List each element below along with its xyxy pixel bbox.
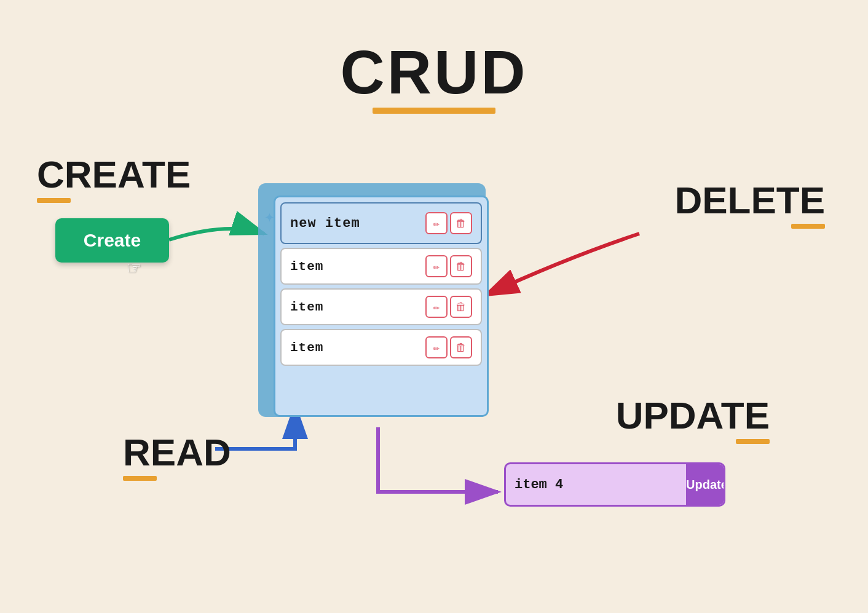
read-underline	[123, 476, 157, 481]
item-1-edit-button[interactable]: ✏	[425, 255, 448, 277]
item-text-2: item	[290, 300, 323, 314]
new-item-edit-button[interactable]: ✏	[425, 212, 448, 234]
update-label: UPDATE	[616, 394, 770, 437]
new-item-actions: ✏ 🗑	[425, 212, 472, 234]
item-3-edit-button[interactable]: ✏	[425, 336, 448, 358]
item-2-delete-button[interactable]: 🗑	[450, 296, 472, 318]
create-label: CREATE	[37, 152, 191, 196]
read-label: READ	[123, 430, 231, 474]
new-item-text: new item	[290, 216, 360, 231]
delete-underline	[791, 224, 825, 229]
item-text-3: item	[290, 341, 323, 355]
update-underline	[736, 439, 770, 444]
item-1-delete-button[interactable]: 🗑	[450, 255, 472, 277]
new-item-row: new item ✏ 🗑	[280, 202, 482, 244]
create-underline	[37, 198, 71, 203]
list-item: item ✏ 🗑	[280, 329, 482, 366]
cursor-icon: ☞	[128, 255, 140, 281]
item-3-delete-button[interactable]: 🗑	[450, 336, 472, 358]
item-1-actions: ✏ 🗑	[425, 255, 472, 277]
item-text-1: item	[290, 259, 323, 274]
item-2-actions: ✏ 🗑	[425, 296, 472, 318]
list-item: item ✏ 🗑	[280, 288, 482, 325]
delete-label: DELETE	[674, 178, 825, 222]
create-button[interactable]: Create	[55, 218, 169, 263]
page-title: CRUD	[341, 37, 528, 108]
list-item: item ✏ 🗑	[280, 248, 482, 285]
list-container: new item ✏ 🗑 item ✏ 🗑 item ✏ 🗑 item ✏ 🗑	[274, 196, 489, 417]
item-3-actions: ✏ 🗑	[425, 336, 472, 358]
item-2-edit-button[interactable]: ✏	[425, 296, 448, 318]
update-area: Update	[504, 462, 725, 507]
new-item-delete-button[interactable]: 🗑	[450, 212, 472, 234]
update-input[interactable]	[506, 464, 686, 505]
update-button[interactable]: Update	[686, 464, 725, 505]
title-underline	[373, 108, 495, 114]
